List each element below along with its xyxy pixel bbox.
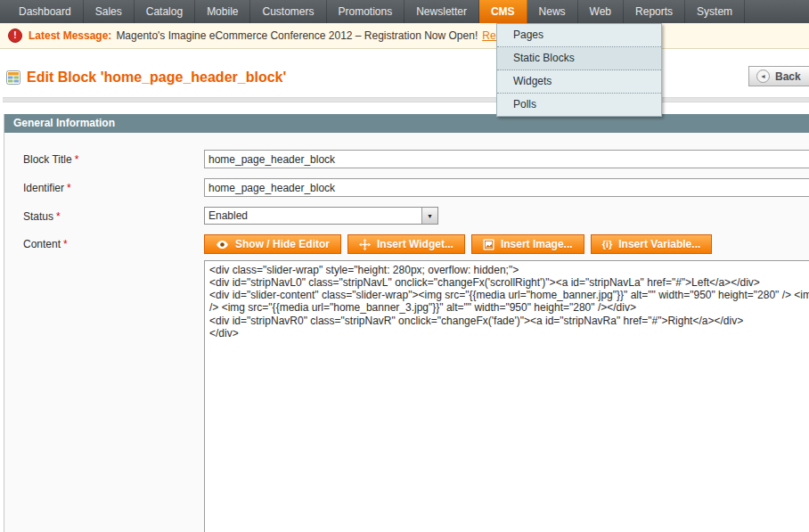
nav-item-cms[interactable]: CMS — [479, 0, 527, 23]
eye-icon — [216, 240, 229, 250]
menu-item-pages[interactable]: Pages — [497, 24, 661, 47]
form-row-block-title: Block Title* — [23, 150, 809, 168]
show-hide-editor-button[interactable]: Show / Hide Editor — [204, 234, 341, 254]
nav-item-promotions[interactable]: Promotions — [327, 0, 405, 23]
page-title-text: Edit Block 'home_page_header_block' — [27, 70, 286, 86]
required-mark: * — [56, 210, 61, 223]
menu-item-widgets[interactable]: Widgets — [497, 70, 661, 94]
page-header: Edit Block 'home_page_header_block' — [6, 70, 809, 87]
insert-variable-button[interactable]: {i} Insert Variable... — [591, 234, 713, 254]
message-text: Magento's Imagine eCommerce Conference 2… — [116, 29, 478, 42]
image-icon — [483, 239, 494, 250]
top-navigation: Dashboard Sales Catalog Mobile Customers… — [0, 0, 809, 23]
nav-item-news[interactable]: News — [527, 0, 578, 23]
back-button-label: Back — [775, 70, 801, 83]
cms-dropdown-menu: Pages Static Blocks Widgets Polls — [496, 23, 662, 117]
variable-icon: {i} — [602, 239, 613, 250]
nav-item-web[interactable]: Web — [578, 0, 624, 23]
menu-item-static-blocks[interactable]: Static Blocks — [497, 47, 661, 70]
editor-toolbar: Show / Hide Editor — [204, 234, 809, 254]
back-arrow-icon: ◄ — [756, 70, 770, 83]
content-editor-area: Show / Hide Editor — [204, 234, 809, 532]
status-label: Status* — [23, 207, 204, 225]
status-select[interactable]: Enabled ▼ — [204, 207, 438, 225]
nav-item-reports[interactable]: Reports — [624, 0, 685, 23]
general-information-section: General Information Block Title* Identif… — [4, 114, 809, 532]
block-title-label: Block Title* — [23, 150, 204, 168]
nav-item-mobile[interactable]: Mobile — [195, 0, 250, 23]
back-button[interactable]: ◄ Back — [748, 66, 809, 86]
insert-image-button[interactable]: Insert Image... — [471, 234, 584, 254]
block-grid-icon — [6, 70, 20, 85]
nav-item-newsletter[interactable]: Newsletter — [404, 0, 479, 23]
identifier-input[interactable] — [204, 178, 809, 197]
nav-item-customers[interactable]: Customers — [250, 0, 326, 23]
content-label: Content* — [23, 234, 204, 532]
block-title-input[interactable] — [204, 150, 809, 168]
content-textarea[interactable]: <div class="slider-wrap" style="height: … — [204, 260, 809, 532]
chevron-down-icon: ▼ — [421, 208, 437, 224]
required-mark: * — [67, 182, 71, 194]
message-label: Latest Message: — [29, 29, 111, 42]
nav-item-dashboard[interactable]: Dashboard — [7, 0, 84, 23]
menu-item-polls[interactable]: Polls — [497, 94, 661, 116]
form-row-content: Content* Show / Hide Editor — [23, 234, 809, 532]
message-bar: ! Latest Message: Magento's Imagine eCom… — [0, 23, 809, 49]
alert-icon: ! — [8, 29, 22, 43]
form-row-status: Status* Enabled ▼ — [23, 207, 809, 225]
nav-item-system[interactable]: System — [685, 0, 745, 23]
form-row-identifier: Identifier* — [23, 178, 809, 197]
header-divider — [3, 97, 809, 102]
insert-widget-button[interactable]: Insert Widget... — [347, 234, 465, 254]
nav-item-catalog[interactable]: Catalog — [135, 0, 195, 23]
required-mark: * — [63, 238, 68, 250]
page-title: Edit Block 'home_page_header_block' — [6, 70, 809, 86]
nav-item-sales[interactable]: Sales — [84, 0, 135, 23]
form-fieldset: Block Title* Identifier* Status* Enabled… — [4, 133, 809, 532]
widget-move-icon — [359, 239, 371, 250]
section-header: General Information — [4, 114, 809, 133]
required-mark: * — [75, 153, 79, 166]
identifier-label: Identifier* — [23, 178, 204, 197]
status-select-value: Enabled — [205, 208, 421, 224]
